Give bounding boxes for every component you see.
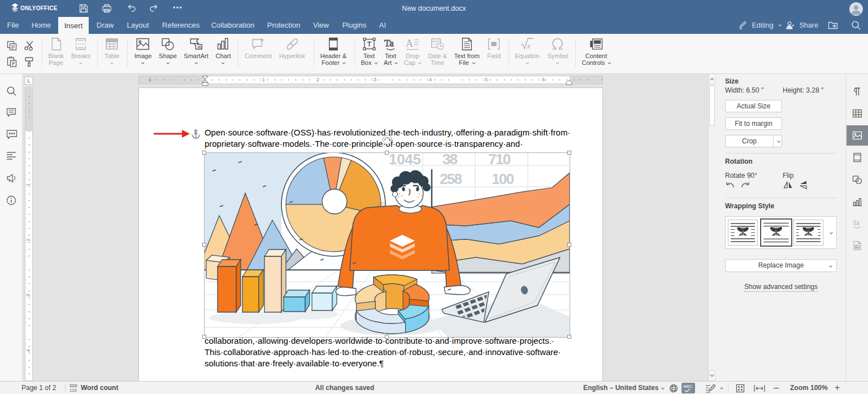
svg-text:Ta: Ta [853,219,860,227]
svg-text:38: 38 [442,153,458,168]
svg-text:Ta: Ta [384,38,394,49]
svg-text:1045: 1045 [389,153,421,168]
svg-text:x: x [526,41,531,50]
svg-text:100: 100 [492,170,514,187]
svg-text:710: 710 [488,153,511,168]
svg-text:A: A [406,38,413,49]
svg-text:258: 258 [440,170,462,187]
svg-text:ABC: ABC [683,384,693,389]
